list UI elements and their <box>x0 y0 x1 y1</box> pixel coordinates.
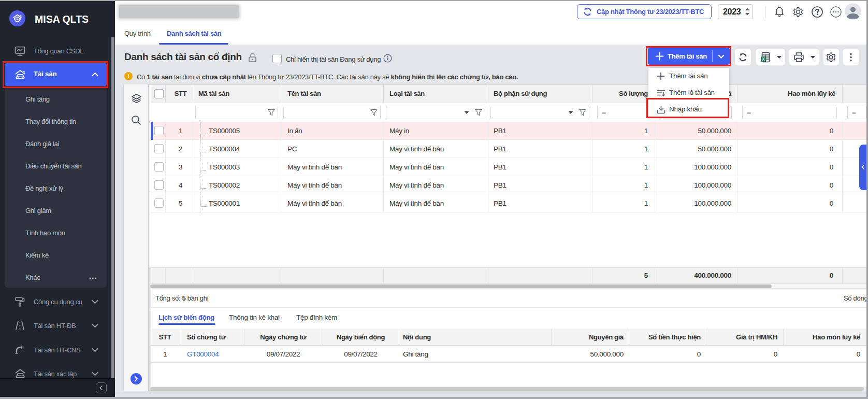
svg-text:X: X <box>762 56 765 62</box>
